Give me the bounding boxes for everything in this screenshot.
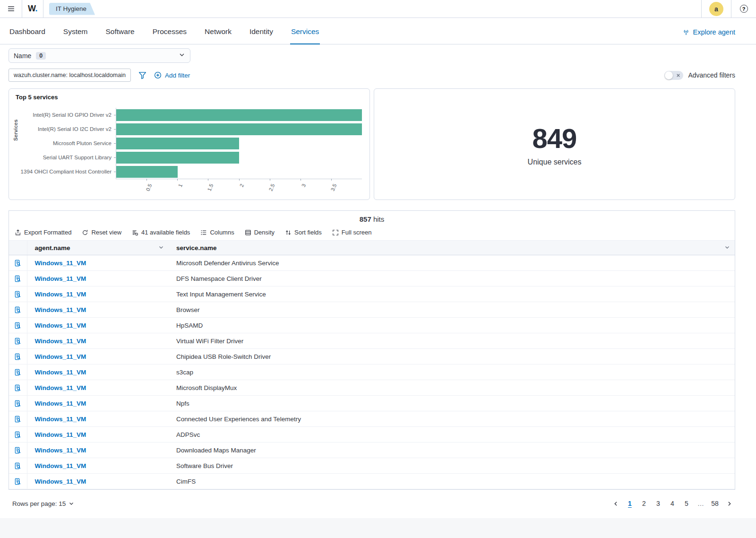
- sort-fields-button[interactable]: Sort fields: [285, 229, 322, 236]
- agent-name-link[interactable]: Windows_11_VM: [35, 400, 86, 407]
- density-icon: [245, 229, 251, 236]
- chevron-down-icon[interactable]: [724, 244, 730, 252]
- nav-tabs-bar: DashboardSystemSoftwareProcessesNetworkI…: [0, 18, 756, 44]
- inspect-document-icon[interactable]: [14, 338, 21, 345]
- columns-button[interactable]: Columns: [200, 229, 234, 236]
- advanced-filters-label: Advanced filters: [688, 71, 735, 79]
- toggle-off-x-icon: [676, 72, 681, 79]
- service-name-cell: Software Bus Driver: [169, 458, 735, 474]
- rows-per-page-button[interactable]: Rows per page: 15: [12, 500, 74, 507]
- x-tick-label: 2.5: [268, 183, 276, 192]
- table-row: Windows_11_VMHpSAMD: [9, 318, 735, 333]
- hamburger-menu-icon[interactable]: [0, 0, 22, 17]
- tab-identity[interactable]: Identity: [249, 27, 274, 44]
- agent-name-link[interactable]: Windows_11_VM: [35, 353, 86, 360]
- filter-pill[interactable]: wazuh.cluster.name: localhost.localdomai…: [9, 69, 131, 82]
- name-filter-select[interactable]: Name 0: [9, 48, 190, 63]
- add-filter-button[interactable]: Add filter: [154, 71, 190, 79]
- agent-name-link[interactable]: Windows_11_VM: [35, 291, 86, 298]
- advanced-filters-toggle[interactable]: [664, 71, 683, 80]
- inspect-document-icon[interactable]: [14, 431, 21, 438]
- pagination-ellipsis: …: [695, 497, 707, 510]
- 41-available-fields-button[interactable]: 41 available fields: [132, 229, 190, 236]
- tab-network[interactable]: Network: [204, 27, 232, 44]
- chevron-down-icon[interactable]: [158, 244, 164, 252]
- chart-bar[interactable]: [116, 109, 362, 121]
- page-1-button[interactable]: 1: [624, 497, 636, 510]
- table-row: Windows_11_VMChipidea USB Role-Switch Dr…: [9, 349, 735, 364]
- agent-name-link[interactable]: Windows_11_VM: [35, 462, 86, 469]
- top-services-chart-panel: Top 5 services Intel(R) Serial IO GPIO D…: [9, 88, 370, 200]
- explore-agent-link[interactable]: Explore agent: [682, 28, 735, 44]
- chevron-down-icon: [69, 501, 74, 506]
- agent-name-link[interactable]: Windows_11_VM: [35, 478, 86, 485]
- agent-name-link[interactable]: Windows_11_VM: [35, 447, 86, 454]
- x-tick-label: 1.5: [206, 183, 215, 192]
- table-row: Windows_11_VMCimFS: [9, 474, 735, 489]
- chart-bar[interactable]: [116, 152, 239, 164]
- full-screen-button[interactable]: Full screen: [332, 229, 372, 236]
- agent-name-link[interactable]: Windows_11_VM: [35, 369, 86, 376]
- density-button[interactable]: Density: [245, 229, 275, 236]
- fullscreen-icon: [332, 229, 339, 236]
- table-row: Windows_11_VMDownloaded Maps Manager: [9, 443, 735, 458]
- metric-label: Unique services: [528, 158, 582, 166]
- table-row: Windows_11_VMDFS Namespace Client Driver: [9, 271, 735, 286]
- page-2-button[interactable]: 2: [638, 497, 650, 510]
- chart-bar[interactable]: [116, 123, 362, 135]
- wazuh-logo[interactable]: W.: [22, 4, 43, 14]
- tab-dashboard[interactable]: Dashboard: [9, 27, 46, 44]
- inspect-document-icon[interactable]: [14, 416, 21, 423]
- results-table-panel: 857 hits Export FormattedReset view41 av…: [9, 210, 735, 490]
- page-4-button[interactable]: 4: [666, 497, 679, 510]
- inspect-document-icon[interactable]: [14, 275, 21, 282]
- agent-name-link[interactable]: Windows_11_VM: [35, 275, 86, 282]
- column-header-agent-name[interactable]: agent.name: [27, 241, 169, 255]
- table-row: Windows_11_VMMicrosoft Defender Antiviru…: [9, 255, 735, 271]
- help-icon[interactable]: ?: [731, 0, 756, 17]
- inspect-document-icon[interactable]: [14, 384, 21, 391]
- next-page-icon[interactable]: [723, 497, 735, 510]
- table-row: Windows_11_VMs3cap: [9, 364, 735, 380]
- filter-funnel-icon[interactable]: [138, 71, 146, 79]
- service-name-cell: DFS Namespace Client Driver: [169, 271, 735, 286]
- agent-name-link[interactable]: Windows_11_VM: [35, 416, 86, 423]
- agent-name-link[interactable]: Windows_11_VM: [35, 384, 86, 391]
- tab-processes[interactable]: Processes: [152, 27, 188, 44]
- inspect-document-icon[interactable]: [14, 291, 21, 298]
- avatar[interactable]: a: [709, 2, 723, 16]
- inspect-document-icon[interactable]: [14, 447, 21, 454]
- agent-name-link[interactable]: Windows_11_VM: [35, 306, 86, 313]
- inspect-document-icon[interactable]: [14, 260, 21, 267]
- page-5-button[interactable]: 5: [680, 497, 693, 510]
- agent-name-link[interactable]: Windows_11_VM: [35, 322, 86, 329]
- service-name-cell: Chipidea USB Role-Switch Driver: [169, 349, 735, 364]
- inspect-document-icon[interactable]: [14, 462, 21, 469]
- breadcrumb[interactable]: IT Hygiene: [49, 3, 95, 15]
- columns-icon: [200, 229, 207, 236]
- service-name-cell: Microsoft Defender Antivirus Service: [169, 255, 735, 271]
- inspect-document-icon[interactable]: [14, 369, 21, 376]
- tab-services[interactable]: Services: [290, 27, 320, 44]
- table-row: Windows_11_VMMicrosoft DisplayMux: [9, 380, 735, 396]
- inspect-document-icon[interactable]: [14, 306, 21, 313]
- export-formatted-button[interactable]: Export Formatted: [15, 229, 71, 236]
- chart-category-label: Intel(R) Serial IO I2C Driver v2: [16, 122, 116, 136]
- chart-bar[interactable]: [116, 138, 239, 149]
- agent-name-link[interactable]: Windows_11_VM: [35, 431, 86, 438]
- inspect-document-icon[interactable]: [14, 400, 21, 407]
- prev-page-icon[interactable]: [610, 497, 622, 510]
- reset-view-button[interactable]: Reset view: [82, 229, 121, 236]
- tab-software[interactable]: Software: [105, 27, 136, 44]
- inspect-document-icon[interactable]: [14, 322, 21, 329]
- agent-name-link[interactable]: Windows_11_VM: [35, 338, 86, 345]
- chart-bar[interactable]: [116, 166, 178, 178]
- inspect-document-icon[interactable]: [14, 478, 21, 485]
- agent-name-link[interactable]: Windows_11_VM: [35, 260, 86, 267]
- column-header-service-name[interactable]: service.name: [169, 241, 735, 255]
- page-3-button[interactable]: 3: [652, 497, 664, 510]
- service-name-cell: CimFS: [169, 474, 735, 489]
- tab-system[interactable]: System: [62, 27, 89, 44]
- inspect-document-icon[interactable]: [14, 353, 21, 360]
- page-58-button[interactable]: 58: [709, 497, 721, 510]
